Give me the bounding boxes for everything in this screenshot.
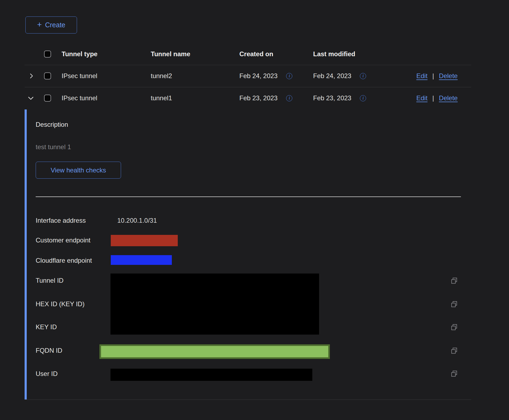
last-modified-cell: Feb 24, 2023 i [313,72,366,80]
tunnel-id-redaction [110,274,319,335]
info-icon[interactable]: i [286,73,292,79]
delete-link[interactable]: Delete [439,94,458,102]
edit-link[interactable]: Edit [416,94,427,102]
customer-endpoint-redaction [111,235,178,246]
last-modified-text: Feb 23, 2023 [313,94,351,102]
info-icon[interactable]: i [286,95,292,101]
last-modified-cell: Feb 23, 2023 i [313,94,366,102]
created-on-text: Feb 23, 2023 [239,94,277,102]
tunnel-type-cell: IPsec tunnel [62,94,97,102]
table-row-tunnel2: IPsec tunnel tunnel2 Feb 24, 2023 i Feb … [0,65,509,87]
info-icon[interactable]: i [360,95,366,101]
description-label: Description [36,121,68,128]
description-value: test tunnel 1 [36,143,71,151]
copy-icon[interactable] [451,370,458,377]
header-created-on: Created on [239,50,273,58]
copy-icon[interactable] [451,324,458,331]
plus-icon: + [37,21,42,29]
key-id-label: KEY ID [36,323,57,331]
row-actions: Edit | Delete [416,94,458,102]
header-tunnel-name: Tunnel name [151,50,190,58]
user-id-redaction [110,369,312,381]
user-id-label: User ID [36,370,58,378]
hex-id-label: HEX ID (KEY ID) [36,300,85,308]
ipsec-tunnels-page: + Create Tunnel type Tunnel name Created… [0,0,509,420]
tunnel-name-cell: tunnel1 [151,94,172,102]
row-checkbox[interactable] [44,72,51,79]
expanded-row-indicator-bar [25,109,27,399]
create-button-label: Create [45,21,65,29]
info-icon[interactable]: i [360,73,366,79]
copy-icon[interactable] [451,347,458,354]
fqdn-id-label: FQDN ID [36,346,62,355]
table-header-row: Tunnel type Tunnel name Created on Last … [0,43,509,65]
section-divider [36,196,461,197]
copy-icon[interactable] [451,277,458,284]
action-separator: | [432,72,434,80]
row-actions: Edit | Delete [416,72,458,80]
table-row-tunnel1: IPsec tunnel tunnel1 Feb 23, 2023 i Feb … [0,87,509,109]
delete-link[interactable]: Delete [439,72,458,80]
tunnel-name-cell: tunnel2 [151,72,172,80]
copy-icon[interactable] [451,301,458,308]
view-health-checks-button[interactable]: View health checks [36,162,121,179]
last-modified-text: Feb 24, 2023 [313,72,351,80]
header-last-modified: Last modified [313,50,355,58]
chevron-down-icon[interactable] [27,94,35,102]
select-all-checkbox[interactable] [44,51,51,58]
edit-link[interactable]: Edit [416,72,427,80]
create-button[interactable]: + Create [25,16,77,34]
interface-address-label: Interface address [36,216,86,225]
action-separator: | [432,94,434,102]
created-on-cell: Feb 23, 2023 i [239,94,292,102]
tunnel-id-label: Tunnel ID [36,276,63,285]
created-on-cell: Feb 24, 2023 i [239,72,292,80]
row-checkbox[interactable] [44,95,51,102]
expanded-panel-bottom-divider [25,399,471,400]
header-tunnel-type: Tunnel type [62,50,98,58]
fqdn-id-redaction [99,344,330,359]
customer-endpoint-label: Customer endpoint [36,236,91,244]
tunnel-type-cell: IPsec tunnel [62,72,97,80]
cloudflare-endpoint-label: Cloudflare endpoint [36,256,92,265]
cloudflare-endpoint-redaction [111,255,172,265]
interface-address-value: 10.200.1.0/31 [117,216,157,225]
created-on-text: Feb 24, 2023 [239,72,277,80]
chevron-right-icon[interactable] [28,72,35,79]
